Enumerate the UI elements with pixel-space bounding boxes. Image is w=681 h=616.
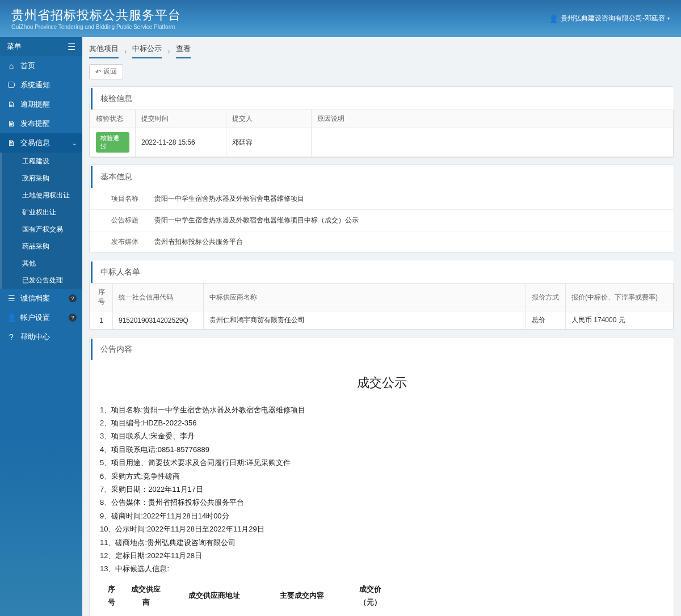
back-button[interactable]: ↶ 返回	[89, 64, 123, 79]
crumb[interactable]: 其他项目	[89, 44, 119, 58]
notice-line: 13、中标候选人信息:	[100, 562, 663, 575]
sidebar-sub-mining[interactable]: 矿业权出让	[0, 204, 82, 221]
cell-method: 总价	[526, 311, 566, 330]
info-label: 发布媒体	[90, 231, 146, 252]
sidebar-sub-land[interactable]: 土地使用权出让	[0, 187, 82, 204]
help-badge-icon: ?	[69, 314, 77, 322]
cell-address: 贵州省贵阳市观山湖区贵阳世纪城K组团第13号楼负1层3号房	[169, 612, 259, 616]
user-menu[interactable]: 👤 贵州弘典建设咨询有限公司-邓廷容 ▾	[549, 14, 670, 23]
sidebar-sub-state[interactable]: 国有产权交易	[0, 221, 82, 238]
notice-line: 4、项目联系电话:0851-85776889	[100, 443, 663, 456]
col-amount: 成交价（元）	[344, 579, 396, 613]
menu-label: 菜单	[7, 41, 22, 52]
col-supplier: 成交供应商	[123, 579, 169, 613]
table-header-row: 序号 成交供应商 成交供应商地址 主要成交内容 成交价（元）	[100, 579, 396, 613]
sidebar-item-trade[interactable]: 🗎 交易信息 ⌄	[0, 133, 82, 153]
notice-line: 2、项目编号:HDZB-2022-356	[100, 416, 663, 429]
bidder-table: 序号 统一社会信用代码 中标供应商名称 报价方式 报价(中标价、下浮率或费率) …	[90, 283, 674, 330]
sidebar-sub-other[interactable]: 其他	[0, 255, 82, 272]
sidebar-item-help[interactable]: ? 帮助中心	[0, 327, 82, 347]
sidebar-item-label: 系统通知	[20, 80, 50, 90]
table-row: 1 91520190314202529Q 贵州仁和鸿宇商贸有限责任公司 总价 人…	[90, 311, 674, 330]
col-status: 核验状态	[90, 110, 136, 128]
sidebar-item-label: 诚信档案	[20, 293, 50, 303]
notice-line: 9、磋商时间:2022年11月28日14时00分	[100, 509, 663, 522]
doc-icon: 🗎	[7, 119, 16, 128]
col-name: 中标供应商名称	[204, 284, 526, 311]
info-value: 贵州省招标投标公共服务平台	[146, 231, 674, 252]
breadcrumb: 其他项目 › 中标公示 › 查看	[89, 44, 674, 58]
table-row: 1 贵州仁和鸿宇商贸有限责任公司 贵州省贵阳市观山湖区贵阳世纪城K组团第13号楼…	[100, 612, 396, 616]
sidebar-item-home[interactable]: ⌂ 首页	[0, 56, 82, 75]
cell-code: 91520190314202529Q	[113, 311, 204, 330]
sidebar-item-label: 交易信息	[20, 138, 50, 148]
info-row: 项目名称 贵阳一中学生宿舍热水器及外教宿舍电器维修项目	[90, 188, 674, 209]
col-no: 序号	[90, 284, 113, 311]
sidebar-sub-gov[interactable]: 政府采购	[0, 170, 82, 187]
table-header-row: 核验状态 提交时间 提交人 原因说明	[90, 110, 674, 128]
table-row: 核验通过 2022-11-28 15:56 邓廷容	[90, 128, 674, 157]
col-address: 成交供应商地址	[169, 579, 259, 613]
cell-no: 1	[100, 612, 123, 616]
notice-line: 11、磋商地点:贵州弘典建设咨询有限公司	[100, 536, 663, 549]
help-icon: ?	[7, 332, 16, 341]
notice-line: 6、采购方式:竞争性磋商	[100, 470, 663, 483]
app-header: 贵州省招标投标公共服务平台 GuiZhou Province Tendering…	[0, 0, 681, 37]
panel-title: 核验信息	[91, 88, 674, 109]
col-submitter: 提交人	[226, 110, 312, 128]
sidebar-item-account[interactable]: 👤 帐户设置 ?	[0, 308, 82, 327]
result-table: 序号 成交供应商 成交供应商地址 主要成交内容 成交价（元） 1 贵州仁和鸿宇商…	[100, 579, 396, 616]
sidebar-item-label: 发布提醒	[20, 119, 50, 129]
bidder-panel: 中标人名单 序号 统一社会信用代码 中标供应商名称 报价方式 报价(中标价、下浮…	[89, 260, 674, 330]
sidebar-sub-published[interactable]: 已发公告处理	[0, 272, 82, 289]
info-label: 公告标题	[90, 210, 146, 231]
info-value: 贵阳一中学生宿舍热水器及外教宿舍电器维修项目中标（成交）公示	[146, 210, 674, 231]
panel-title: 中标人名单	[91, 261, 674, 283]
table-header-row: 序号 统一社会信用代码 中标供应商名称 报价方式 报价(中标价、下浮率或费率)	[90, 284, 674, 311]
sidebar-item-notifications[interactable]: 🖵 系统通知	[0, 75, 82, 95]
monitor-icon: 🖵	[7, 81, 16, 90]
sidebar-item-overdue[interactable]: 🗎 逾期提醒	[0, 95, 82, 114]
basic-panel: 基本信息 项目名称 贵阳一中学生宿舍热水器及外教宿舍电器维修项目 公告标题 贵阳…	[89, 164, 674, 253]
info-value: 贵阳一中学生宿舍热水器及外教宿舍电器维修项目	[146, 188, 674, 209]
notice-line: 8、公告媒体：贵州省招标投标公共服务平台	[100, 496, 663, 509]
sidebar-item-label: 首页	[20, 61, 35, 71]
crumb: 查看	[176, 44, 191, 58]
cell-time: 2022-11-28 15:56	[136, 128, 226, 157]
back-label: 返回	[103, 67, 117, 77]
sidebar-sub-drugs[interactable]: 药品采购	[0, 238, 82, 255]
user-name: 贵州弘典建设咨询有限公司-邓廷容	[561, 14, 665, 23]
col-code: 统一社会信用代码	[113, 284, 204, 311]
notice-panel: 公告内容 成交公示 1、项目名称:贵阳一中学生宿舍热水器及外教宿舍电器维修项目 …	[89, 337, 674, 616]
panel-title: 公告内容	[91, 339, 674, 360]
cell-supplier: 贵州仁和鸿宇商贸有限责任公司	[123, 612, 169, 616]
user-icon: 👤	[7, 313, 16, 322]
sidebar-header: 菜单 ☰	[0, 37, 82, 56]
info-row: 发布媒体 贵州省招标投标公共服务平台	[90, 231, 674, 252]
sidebar-item-publish[interactable]: 🗎 发布提醒	[0, 114, 82, 133]
help-badge-icon: ?	[69, 294, 77, 302]
chevron-right-icon: ›	[167, 47, 170, 56]
crumb[interactable]: 中标公示	[132, 44, 162, 58]
cell-submitter: 邓廷容	[226, 128, 312, 157]
sidebar-sub-engineering[interactable]: 工程建设	[0, 153, 82, 170]
sidebar-item-label: 逾期提醒	[20, 99, 50, 109]
notice-line: 7、采购日期：2022年11月17日	[100, 483, 663, 496]
app-title-en: GuiZhou Province Tendering and Bidding P…	[11, 24, 181, 30]
cell-price: 人民币 174000 元	[566, 311, 674, 330]
col-content: 主要成交内容	[259, 579, 344, 613]
notice-doc-title: 成交公示	[100, 372, 663, 394]
cell-content: 贵阳一中学生宿舍热水器及外教宿舍电器维修项目	[259, 612, 344, 616]
notice-line: 3、项目联系人:宋金委、李丹	[100, 429, 663, 442]
app-title: 贵州省招标投标公共服务平台 GuiZhou Province Tendering…	[11, 7, 181, 30]
cell-amount: 174000.00	[344, 612, 396, 616]
verify-panel: 核验信息 核验状态 提交时间 提交人 原因说明 核验通过 2022-11-28 …	[89, 86, 674, 158]
notice-line: 10、公示时间:2022年11月28日至2022年11月29日	[100, 522, 663, 535]
menu-toggle-icon[interactable]: ☰	[68, 41, 75, 52]
doc-icon: 🗎	[7, 138, 16, 147]
caret-down-icon: ▾	[667, 16, 670, 21]
back-icon: ↶	[95, 68, 101, 76]
col-time: 提交时间	[136, 110, 226, 128]
sidebar-item-credit[interactable]: ☰ 诚信档案 ?	[0, 289, 82, 308]
sidebar-submenu: 工程建设 政府采购 土地使用权出让 矿业权出让 国有产权交易 药品采购 其他 已…	[0, 153, 82, 289]
